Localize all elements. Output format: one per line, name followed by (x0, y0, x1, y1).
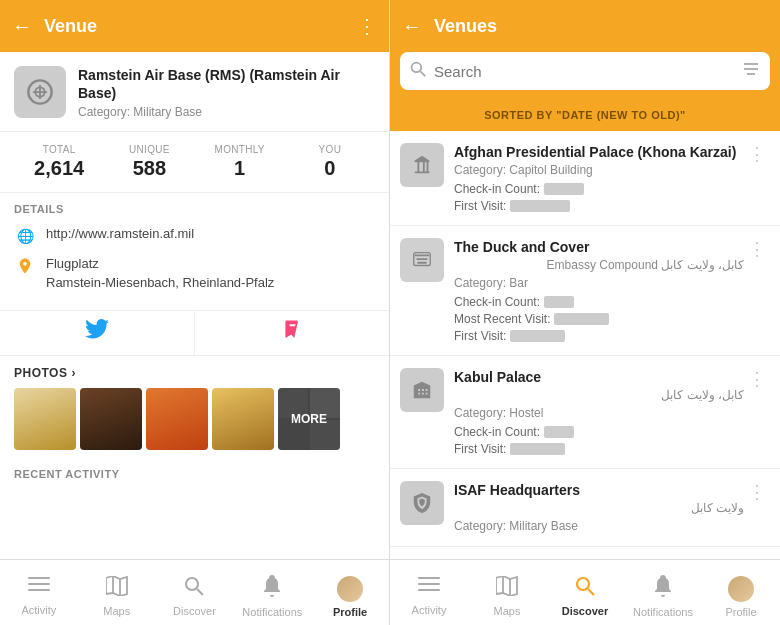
venue-category: Category: Military Base (78, 105, 375, 119)
website-item[interactable]: 🌐 http://www.ramstein.af.mil (14, 225, 375, 247)
venue-meta-checkin-1: Check-in Count: (454, 295, 744, 309)
venue-list-item-3[interactable]: ISAF Headquarters ولایت کابل Category: M… (390, 469, 780, 548)
venue-meta-recent-1: Most Recent Visit: (454, 312, 744, 326)
nav-notifications-right[interactable]: Notifications (624, 560, 702, 625)
venue-list-content-1: The Duck and Cover کابل، ولایت کابل Emba… (454, 238, 744, 343)
photo-3[interactable] (146, 388, 208, 450)
venue-more-1[interactable]: ⋮ (744, 238, 770, 260)
nav-activity-left[interactable]: Activity (0, 560, 78, 625)
svg-rect-4 (28, 589, 50, 591)
left-header: ← Venue ⋮ (0, 0, 389, 52)
svg-point-22 (577, 578, 589, 590)
venue-list-name-1: The Duck and Cover (454, 238, 744, 256)
back-button-right[interactable]: ← (402, 15, 422, 38)
redacted-recent-1 (554, 313, 609, 325)
svg-rect-17 (418, 583, 440, 585)
venue-meta-first-2: First Visit: (454, 442, 744, 456)
stat-monthly-label: MONTHLY (195, 144, 285, 155)
nav-profile-left[interactable]: Profile (311, 560, 389, 625)
venue-more-2[interactable]: ⋮ (744, 368, 770, 390)
redacted-checkin-1 (544, 296, 574, 308)
filter-icon[interactable] (742, 61, 760, 81)
venue-list-item-1[interactable]: The Duck and Cover کابل، ولایت کابل Emba… (390, 226, 780, 356)
discover-icon-left (184, 576, 204, 601)
foursquare-button[interactable] (195, 311, 389, 355)
nav-maps-left[interactable]: Maps (78, 560, 156, 625)
maps-icon-right (496, 576, 518, 601)
venue-list-content-2: Kabul Palace کابل، ولایت کابل Category: … (454, 368, 744, 456)
twitter-icon (85, 319, 109, 347)
stat-total-label: TOTAL (14, 144, 104, 155)
search-icon (410, 61, 426, 81)
redacted-firstvisit-0 (510, 200, 570, 212)
stat-you-label: YOU (285, 144, 375, 155)
redacted-first-2 (510, 443, 565, 455)
nav-discover-right[interactable]: Discover (546, 560, 624, 625)
left-panel: ← Venue ⋮ Ramstein Air Base (RMS) (Ramst… (0, 0, 390, 625)
venue-list-name-2: Kabul Palace (454, 368, 744, 386)
recent-activity: RECENT ACTIVITY (0, 458, 389, 486)
profile-avatar-left (337, 576, 363, 602)
right-panel: ← Venues SORTED BY "DATE (NEW TO OLD)" A… (390, 0, 780, 625)
photos-chevron: › (71, 366, 76, 380)
venue-list-arabic-2: کابل، ولایت کابل (454, 387, 744, 404)
maps-icon-left (106, 576, 128, 601)
venue-more-0[interactable]: ⋮ (744, 143, 770, 165)
details-section: DETAILS 🌐 http://www.ramstein.af.mil Flu… (0, 193, 389, 310)
back-button-left[interactable]: ← (12, 15, 32, 38)
nav-profile-label-right: Profile (725, 606, 756, 618)
svg-rect-3 (28, 583, 50, 585)
search-input[interactable] (434, 63, 742, 80)
notifications-icon-left (263, 575, 281, 602)
nav-notifications-label-right: Notifications (633, 606, 693, 618)
nav-maps-right[interactable]: Maps (468, 560, 546, 625)
venue-list-name-3: ISAF Headquarters (454, 481, 744, 499)
venue-meta-first-1: First Visit: (454, 329, 744, 343)
svg-rect-16 (418, 577, 440, 579)
venue-icon (14, 66, 66, 118)
venue-name: Ramstein Air Base (RMS) (Ramstein Air Ba… (78, 66, 375, 102)
venue-info: Ramstein Air Base (RMS) (Ramstein Air Ba… (0, 52, 389, 132)
sort-text: SORTED BY "DATE (NEW TO OLD)" (484, 109, 686, 121)
venue-meta-checkin-2: Check-in Count: (454, 425, 744, 439)
search-bar-wrapper (390, 52, 780, 100)
recent-activity-title: RECENT ACTIVITY (14, 468, 375, 480)
venue-icon-0 (400, 143, 444, 187)
nav-activity-label-left: Activity (21, 604, 56, 616)
social-row (0, 311, 389, 356)
photos-grid: MORE (14, 388, 375, 450)
redacted-checkin-2 (544, 426, 574, 438)
svg-point-10 (412, 63, 422, 73)
activity-icon-right (418, 577, 440, 600)
photo-more[interactable]: MORE (278, 388, 340, 450)
venue-list-category-0: Category: Capitol Building (454, 162, 744, 179)
photos-header[interactable]: PHOTOS › (14, 366, 375, 380)
search-bar (400, 52, 770, 90)
right-header-title: Venues (434, 16, 497, 37)
nav-notifications-left[interactable]: Notifications (233, 560, 311, 625)
more-options-left[interactable]: ⋮ (357, 14, 377, 38)
twitter-button[interactable] (0, 311, 195, 355)
venue-more-3[interactable]: ⋮ (744, 481, 770, 503)
venue-list-item-2[interactable]: Kabul Palace کابل، ولایت کابل Category: … (390, 356, 780, 469)
photo-1[interactable] (14, 388, 76, 450)
photo-4[interactable] (212, 388, 274, 450)
photo-2[interactable] (80, 388, 142, 450)
venue-list-content-3: ISAF Headquarters ولایت کابل Category: M… (454, 481, 744, 535)
venue-list-content-0: Afghan Presidential Palace (Khona Karzai… (454, 143, 744, 213)
nav-discover-left[interactable]: Discover (156, 560, 234, 625)
svg-marker-19 (496, 576, 517, 596)
nav-profile-right[interactable]: Profile (702, 560, 780, 625)
photos-section: PHOTOS › MORE (0, 356, 389, 458)
nav-activity-right[interactable]: Activity (390, 560, 468, 625)
sort-banner: SORTED BY "DATE (NEW TO OLD)" (390, 100, 780, 131)
nav-activity-label-right: Activity (412, 604, 447, 616)
globe-icon: 🌐 (14, 225, 36, 247)
activity-icon-left (28, 577, 50, 600)
stat-total: TOTAL 2,614 (14, 144, 104, 180)
venue-list-item-0[interactable]: Afghan Presidential Palace (Khona Karzai… (390, 131, 780, 226)
venue-icon-3 (400, 481, 444, 525)
venue-list-arabic-1: کابل، ولایت کابل Embassy Compound (454, 257, 744, 274)
redacted-checkin-0 (544, 183, 584, 195)
venue-list-category-1: Category: Bar (454, 275, 744, 292)
